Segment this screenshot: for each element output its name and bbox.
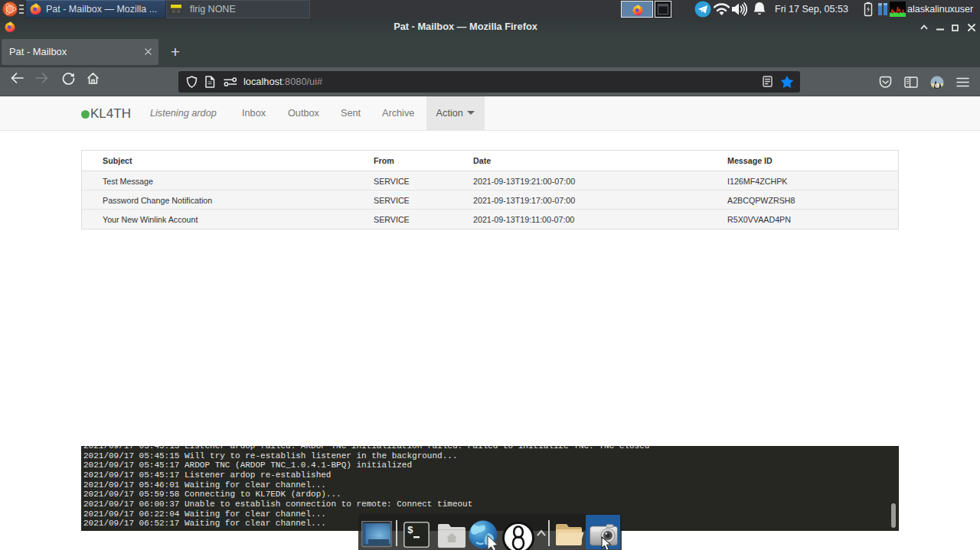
svg-text:$: $ (407, 525, 413, 536)
